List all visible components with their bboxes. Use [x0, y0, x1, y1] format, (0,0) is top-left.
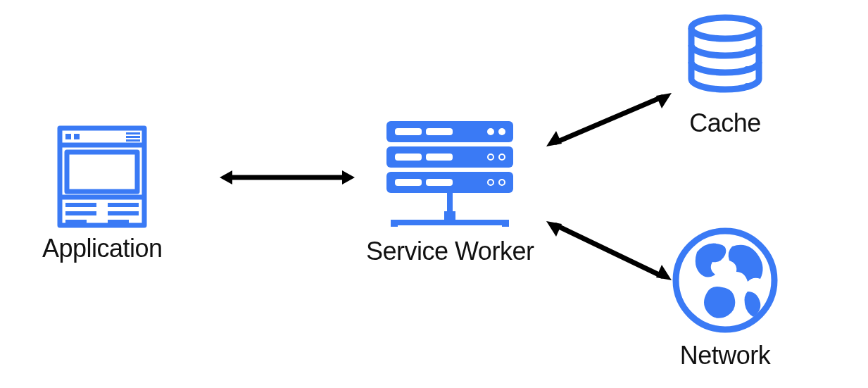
cache-node: Cache: [679, 14, 771, 138]
network-label: Network: [680, 341, 771, 370]
svg-rect-13: [65, 220, 87, 224]
svg-rect-31: [444, 211, 455, 220]
arrow-serviceworker-cache: [542, 85, 676, 155]
server-icon: [372, 121, 527, 232]
svg-rect-14: [108, 220, 129, 224]
svg-marker-45: [656, 93, 672, 108]
svg-point-21: [498, 128, 505, 135]
svg-rect-9: [65, 203, 96, 207]
svg-rect-11: [65, 211, 96, 215]
svg-rect-25: [426, 179, 453, 186]
globe-icon: [669, 224, 781, 337]
svg-marker-44: [546, 131, 562, 146]
svg-rect-7: [126, 136, 140, 138]
svg-rect-34: [502, 220, 509, 227]
svg-rect-23: [426, 154, 453, 161]
svg-line-43: [556, 97, 662, 142]
svg-rect-2: [67, 152, 137, 192]
svg-point-36: [743, 49, 750, 56]
svg-point-20: [487, 128, 494, 135]
svg-marker-41: [220, 170, 232, 184]
svg-line-46: [556, 225, 662, 276]
svg-point-37: [743, 66, 750, 73]
network-node: Network: [669, 224, 781, 370]
svg-rect-10: [108, 203, 139, 207]
svg-rect-8: [126, 139, 140, 142]
svg-rect-22: [395, 154, 422, 161]
application-label: Application: [42, 234, 163, 263]
svg-rect-18: [395, 128, 422, 135]
cache-label: Cache: [689, 108, 761, 138]
svg-rect-4: [65, 134, 71, 139]
application-icon: [53, 124, 151, 230]
svg-rect-5: [74, 134, 80, 139]
arrow-application-serviceworker: [217, 163, 358, 192]
svg-rect-19: [426, 128, 453, 135]
svg-marker-48: [656, 265, 672, 280]
svg-marker-47: [546, 221, 562, 237]
arrow-serviceworker-network: [542, 211, 676, 289]
svg-rect-33: [391, 220, 398, 227]
svg-rect-6: [126, 132, 140, 134]
service-worker-label: Service Worker: [366, 237, 534, 266]
application-node: Application: [42, 124, 163, 263]
database-icon: [679, 14, 771, 104]
svg-rect-24: [395, 179, 422, 186]
service-worker-node: Service Worker: [366, 121, 534, 266]
svg-marker-42: [342, 170, 355, 184]
svg-rect-12: [108, 211, 139, 215]
svg-point-38: [743, 83, 750, 90]
svg-point-35: [691, 18, 759, 39]
